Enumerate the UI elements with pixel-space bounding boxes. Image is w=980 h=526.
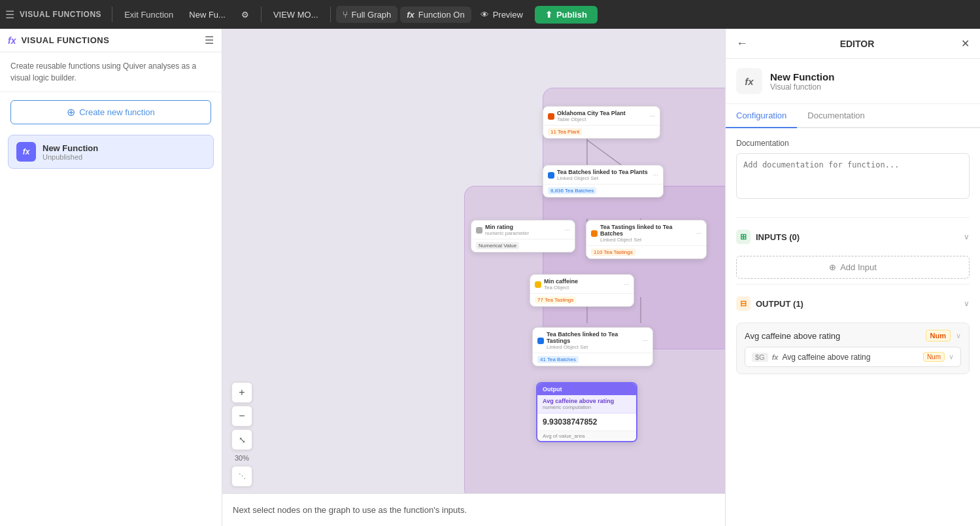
plus-icon: ⊕ bbox=[829, 262, 836, 272]
hamburger-icon[interactable]: ☰ bbox=[5, 9, 14, 21]
node-tea-batches-tastings[interactable]: Tea Batches linked to Tea Tastings Linke… bbox=[532, 327, 653, 366]
new-function-tab[interactable]: New Fu... bbox=[182, 7, 232, 23]
node-layout-button[interactable]: ⋱ bbox=[231, 466, 252, 487]
function-item-text: New Function Unpublished bbox=[42, 143, 98, 161]
exit-function-button[interactable]: Exit Function bbox=[118, 7, 180, 23]
editor-body: Documentation ⊞ INPUTS (0) ∨ ⊕ Add Input bbox=[726, 128, 980, 526]
editor-func-header: fx New Function Visual function bbox=[726, 59, 980, 104]
output-item-name: Avg caffeine above rating bbox=[745, 331, 921, 341]
divider-2 bbox=[736, 284, 970, 285]
output-chevron-icon: ∨ bbox=[964, 299, 970, 308]
node-color-dot bbox=[591, 230, 598, 237]
node-oklahoma[interactable]: Oklahoma City Tea Plant Table Object ···… bbox=[543, 106, 660, 139]
zoom-level: 30% bbox=[231, 453, 252, 463]
main-layout: fx VISUAL FUNCTIONS ☰ Create reusable fu… bbox=[0, 29, 980, 526]
node-tea-batches-plants[interactable]: Tea Batches linked to Tea Plants Linked … bbox=[543, 165, 664, 198]
output-node-title: Avg caffeine above rating bbox=[543, 398, 614, 404]
sub-chevron-icon: ∨ bbox=[949, 353, 954, 361]
function-item-icon: fx bbox=[16, 142, 36, 162]
sub-fx-icon: fx bbox=[772, 353, 779, 361]
output-item-chevron: ∨ bbox=[956, 332, 961, 340]
sub-name: Avg caffeine above rating bbox=[782, 353, 919, 362]
topbar: ☰ VISUAL FUNCTIONS Exit Function New Fu.… bbox=[0, 0, 980, 29]
add-input-button[interactable]: ⊕ Add Input bbox=[736, 256, 970, 279]
app-title: VISUAL FUNCTIONS bbox=[20, 10, 101, 19]
tab-configuration[interactable]: Configuration bbox=[726, 104, 797, 128]
output-label: OUTPUT (1) bbox=[756, 299, 803, 309]
publish-icon: ⬆ bbox=[545, 10, 552, 20]
node-avg-caffeine[interactable]: Output Avg caffeine above rating numeric… bbox=[536, 382, 637, 442]
sub-prefix-badge: $G bbox=[752, 353, 768, 362]
sidebar-description: Create reusable functions using Quiver a… bbox=[0, 52, 222, 92]
output-sub-item[interactable]: $G fx Avg caffeine above rating Num ∨ bbox=[745, 347, 961, 367]
settings-icon-button[interactable]: ⚙ bbox=[235, 7, 256, 23]
func-icon: fx bbox=[736, 68, 762, 94]
node-color-dot bbox=[476, 227, 482, 234]
preview-button[interactable]: 👁 Preview bbox=[474, 7, 530, 23]
editor-panel: ← EDITOR ✕ fx New Function Visual functi… bbox=[725, 29, 980, 526]
node-tea-tastings-batches[interactable]: Tea Tastings linked to Tea Batches Linke… bbox=[586, 220, 707, 259]
create-new-function-button[interactable]: ⊕ Create new function bbox=[10, 100, 211, 124]
editor-title: EDITOR bbox=[753, 39, 961, 49]
editor-close-button[interactable]: ✕ bbox=[961, 37, 970, 50]
full-graph-button[interactable]: ⑂ Full Graph bbox=[336, 6, 398, 23]
node-color-dot bbox=[535, 281, 541, 288]
fit-screen-button[interactable]: ⤡ bbox=[231, 429, 252, 450]
sidebar-menu-icon[interactable]: ☰ bbox=[205, 34, 214, 46]
separator-3 bbox=[330, 7, 331, 22]
func-name: New Function bbox=[770, 71, 834, 82]
canvas-area[interactable]: Oklahoma City Tea Plant Table Object ···… bbox=[222, 29, 725, 526]
output-item: Avg caffeine above rating Num ∨ $G fx Av… bbox=[736, 323, 970, 374]
func-fx-icon: fx bbox=[745, 76, 753, 87]
sidebar: fx VISUAL FUNCTIONS ☰ Create reusable fu… bbox=[0, 29, 222, 526]
sidebar-header: fx VISUAL FUNCTIONS ☰ bbox=[0, 29, 222, 52]
node-min-caffeine[interactable]: Min caffeine Tea Object ··· 77 Tea Tasti… bbox=[530, 274, 634, 307]
inputs-section-header[interactable]: ⊞ INPUTS (0) ∨ bbox=[736, 223, 970, 251]
fx-icon: fx bbox=[23, 147, 30, 156]
sidebar-title: VISUAL FUNCTIONS bbox=[21, 35, 199, 45]
inputs-label: INPUTS (0) bbox=[756, 232, 800, 242]
function-on-button[interactable]: fx Function On bbox=[400, 7, 471, 23]
separator-2 bbox=[261, 7, 262, 22]
publish-button[interactable]: ⬆ Publish bbox=[535, 6, 598, 24]
function-item-name: New Function bbox=[42, 143, 98, 153]
node-color-dot bbox=[548, 113, 554, 120]
output-section-header[interactable]: ⊟ OUTPUT (1) ∨ bbox=[736, 290, 970, 317]
graph-icon: ⑂ bbox=[343, 9, 348, 20]
separator-1 bbox=[112, 7, 112, 22]
editor-back-button[interactable]: ← bbox=[736, 37, 748, 50]
zoom-out-button[interactable]: − bbox=[231, 406, 252, 427]
plus-icon: ⊕ bbox=[67, 106, 75, 118]
divider-1 bbox=[736, 217, 970, 218]
node-color-dot bbox=[548, 172, 554, 179]
bottom-hint-bar: Next select nodes on the graph to use as… bbox=[222, 493, 725, 526]
documentation-label: Documentation bbox=[736, 139, 970, 148]
zoom-controls: + − ⤡ 30% ⋱ bbox=[231, 382, 252, 487]
output-icon: ⊟ bbox=[736, 296, 751, 311]
fx-icon: fx bbox=[407, 10, 414, 20]
view-mode-button[interactable]: VIEW MO... bbox=[267, 7, 325, 23]
inputs-icon: ⊞ bbox=[736, 230, 751, 244]
output-type-badge: Num bbox=[926, 330, 951, 342]
sidebar-fx-icon: fx bbox=[8, 35, 16, 46]
bottom-hint-text: Next select nodes on the graph to use as… bbox=[233, 505, 467, 515]
eye-icon: 👁 bbox=[481, 10, 489, 20]
editor-header: ← EDITOR ✕ bbox=[726, 29, 980, 59]
function-item-status: Unpublished bbox=[42, 153, 98, 161]
tab-documentation[interactable]: Documentation bbox=[797, 104, 875, 128]
output-label: Output bbox=[543, 386, 562, 393]
func-type: Visual function bbox=[770, 82, 834, 92]
inputs-chevron-icon: ∨ bbox=[964, 232, 970, 241]
editor-tabs: Configuration Documentation bbox=[726, 104, 980, 128]
function-list-item[interactable]: fx New Function Unpublished bbox=[8, 135, 214, 169]
documentation-textarea[interactable] bbox=[736, 153, 970, 199]
sub-type-badge: Num bbox=[923, 352, 945, 362]
zoom-in-button[interactable]: + bbox=[231, 382, 252, 403]
node-color-dot bbox=[537, 338, 544, 344]
node-min-rating[interactable]: Min rating numeric parameter ··· Numeric… bbox=[471, 220, 575, 253]
